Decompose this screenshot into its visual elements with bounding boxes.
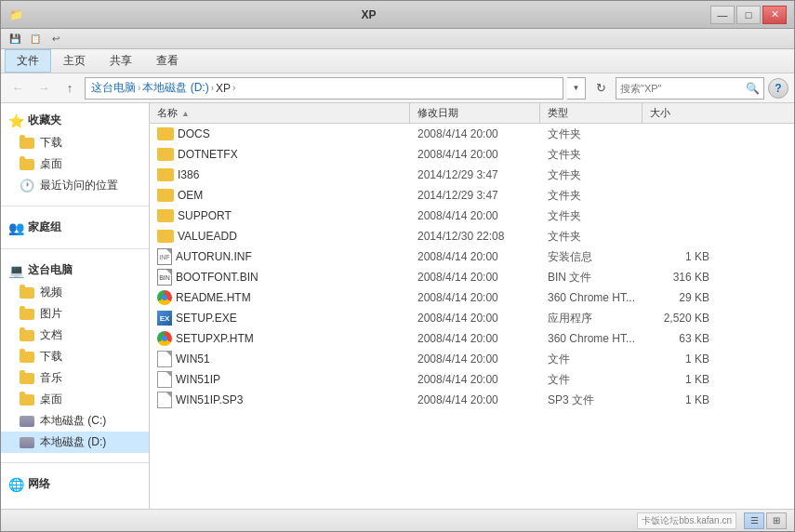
col-header-type[interactable]: 类型 [540,103,643,123]
maximize-button[interactable]: □ [736,6,761,24]
file-size-10: 63 KB [643,332,717,345]
sort-arrow-name: ▲ [181,109,190,118]
chrome-icon [157,290,172,305]
folder-icon-downloads [20,136,34,151]
file-name-9: EX SETUP.EXE [150,311,410,326]
divider-2 [1,248,149,249]
file-row-12[interactable]: WIN51IP 2008/4/14 20:00 文件 1 KB [150,369,794,390]
sidebar-section-favorites-title[interactable]: ⭐ 收藏夹 [1,109,149,132]
help-button[interactable]: ? [768,78,788,99]
file-type-3: 文件夹 [540,188,643,204]
file-type-12: 文件 [540,372,643,388]
divider-3 [1,462,149,463]
file-list: DOCS 2008/4/14 20:00 文件夹 DOTNETFX 2008/4… [150,124,794,509]
breadcrumb-disk[interactable]: 本地磁盘 (D:) [142,80,208,96]
file-row-0[interactable]: DOCS 2008/4/14 20:00 文件夹 [150,124,794,144]
sidebar-item-desktop-fav[interactable]: 桌面 [1,153,149,175]
search-input[interactable] [620,83,742,94]
file-row-10[interactable]: SETUPXP.HTM 2008/4/14 20:00 360 Chrome H… [150,328,794,349]
up-button[interactable]: ↑ [59,77,81,100]
folder-icon [157,189,174,202]
file-date-7: 2008/4/14 20:00 [410,271,540,284]
folder-icon-desktop-fav [20,157,34,172]
watermark: 卡饭论坛bbs.kafan.cn [637,512,736,529]
file-row-9[interactable]: EX SETUP.EXE 2008/4/14 20:00 应用程序 2,520 … [150,308,794,328]
file-row-3[interactable]: OEM 2014/12/29 3:47 文件夹 [150,185,794,206]
file-date-10: 2008/4/14 20:00 [410,332,540,345]
file-name-3: OEM [150,189,410,202]
file-row-8[interactable]: README.HTM 2008/4/14 20:00 360 Chrome HT… [150,287,794,308]
file-row-5[interactable]: VALUEADD 2014/12/30 22:08 文件夹 [150,226,794,246]
file-list-header: 名称 ▲ 修改日期 类型 大小 [150,103,794,124]
file-row-1[interactable]: DOTNETFX 2008/4/14 20:00 文件夹 [150,144,794,165]
breadcrumb-computer[interactable]: 这台电脑 [91,80,136,96]
file-type-1: 文件夹 [540,147,643,163]
file-size-13: 1 KB [643,393,717,406]
file-name-5: VALUEADD [150,230,410,243]
file-type-2: 文件夹 [540,167,643,183]
copy-quick-btn[interactable]: 📋 [25,31,46,47]
breadcrumb-current: XP [216,82,231,95]
file-row-13[interactable]: WIN51IP.SP3 2008/4/14 20:00 SP3 文件 1 KB [150,390,794,410]
sidebar-item-cdrive[interactable]: 本地磁盘 (C:) [1,410,149,432]
view-list-btn[interactable]: ☰ [744,512,764,529]
file-type-4: 文件夹 [540,208,643,224]
refresh-button[interactable]: ↻ [590,77,612,100]
file-date-3: 2014/12/29 3:47 [410,189,540,202]
file-name-2: I386 [150,168,410,181]
main-area: ⭐ 收藏夹 下载 桌面 🕐 最近访问的位置 [1,103,794,509]
window-title: XP [27,8,710,21]
recent-icon: 🕐 [20,179,34,193]
file-icon [157,371,172,388]
col-header-date[interactable]: 修改日期 [410,103,540,123]
back-button[interactable]: ← [7,77,29,100]
menu-share[interactable]: 共享 [98,49,144,73]
main-window: 📁 XP — □ ✕ 💾 📋 ↩ 文件 主页 共享 查看 ← → ↑ 这台电脑 … [0,0,795,532]
menu-view[interactable]: 查看 [144,49,191,73]
close-button[interactable]: ✕ [762,6,787,24]
sidebar-item-music[interactable]: 音乐 [1,367,149,389]
minimize-button[interactable]: — [710,6,735,24]
file-date-4: 2008/4/14 20:00 [410,209,540,222]
sidebar-item-documents[interactable]: 文档 [1,325,149,346]
sidebar-item-downloads[interactable]: 下载 [1,132,149,153]
sidebar-section-thispc-title[interactable]: 💻 这台电脑 [1,259,149,282]
file-name-12: WIN51IP [150,371,410,388]
menu-home[interactable]: 主页 [51,49,98,73]
view-buttons: ☰ ⊞ [744,512,787,529]
sidebar-section-network-title[interactable]: 🌐 网络 [1,472,149,496]
forward-button[interactable]: → [33,77,55,100]
file-name-4: SUPPORT [150,209,410,222]
file-row-2[interactable]: I386 2014/12/29 3:47 文件夹 [150,165,794,185]
file-type-10: 360 Chrome HT... [540,332,643,345]
menu-file[interactable]: 文件 [5,49,51,73]
file-size-9: 2,520 KB [643,312,717,325]
save-quick-btn[interactable]: 💾 [5,31,25,47]
folder-icon-desktop [20,392,34,407]
sidebar-item-videos[interactable]: 视频 [1,282,149,303]
view-detail-btn[interactable]: ⊞ [766,512,787,529]
sidebar-item-downloads2[interactable]: 下载 [1,346,149,367]
sidebar-item-recent[interactable]: 🕐 最近访问的位置 [1,175,149,196]
file-type-7: BIN 文件 [540,270,643,286]
undo-quick-btn[interactable]: ↩ [46,31,66,47]
file-name-8: README.HTM [150,290,410,305]
file-row-6[interactable]: INF AUTORUN.INF 2008/4/14 20:00 安装信息 1 K… [150,246,794,267]
file-name-0: DOCS [150,127,410,140]
sidebar-section-homegroup-title[interactable]: 👥 家庭组 [1,216,149,239]
sidebar-item-pictures[interactable]: 图片 [1,303,149,325]
file-row-7[interactable]: BIN BOOTFONT.BIN 2008/4/14 20:00 BIN 文件 … [150,267,794,287]
file-area: 名称 ▲ 修改日期 类型 大小 DOCS 2008/4/14 20:00 [150,103,794,509]
file-date-12: 2008/4/14 20:00 [410,373,540,386]
col-header-size[interactable]: 大小 [643,103,717,123]
file-type-13: SP3 文件 [540,392,643,408]
sidebar-item-ddrive[interactable]: 本地磁盘 (D:) [1,432,149,453]
file-row-4[interactable]: SUPPORT 2008/4/14 20:00 文件夹 [150,206,794,226]
file-size-11: 1 KB [643,352,717,366]
address-dropdown[interactable]: ▼ [567,77,586,100]
titlebar: 📁 XP — □ ✕ [1,1,794,29]
sidebar-item-desktop[interactable]: 桌面 [1,389,149,410]
file-name-10: SETUPXP.HTM [150,331,410,346]
file-row-11[interactable]: WIN51 2008/4/14 20:00 文件 1 KB [150,349,794,369]
col-header-name[interactable]: 名称 ▲ [150,103,410,123]
